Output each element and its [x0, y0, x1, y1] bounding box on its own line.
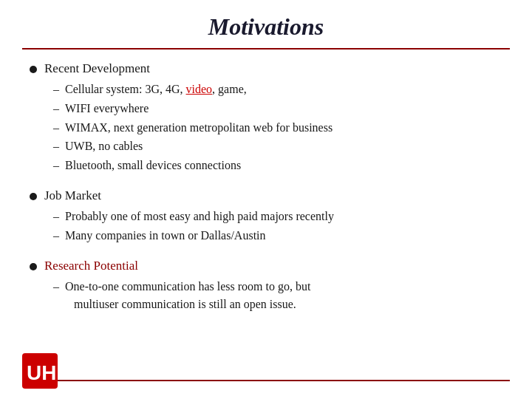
- sub-bullet-cellular: – Cellular system: 3G, 4G, video, game,: [53, 81, 502, 99]
- probably-text: Probably one of most easy and high paid …: [65, 208, 334, 226]
- wimax-text: WIMAX, next generation metropolitan web …: [65, 119, 332, 137]
- research-sub-bullets: – One-to-one communication has less room…: [53, 278, 502, 315]
- wifi-text: WIFI everywhere: [65, 100, 149, 118]
- dash-bluetooth: –: [53, 157, 59, 175]
- sub-bullet-companies: – Many companies in town or Dallas/Austi…: [53, 227, 502, 245]
- companies-text: Many companies in town or Dallas/Austin: [65, 227, 266, 245]
- uwb-text: UWB, no cables: [65, 137, 143, 156]
- uh-logo: UH: [21, 352, 59, 393]
- bluetooth-text: Bluetooth, small devices connections: [65, 157, 241, 175]
- sub-bullet-uwb: – UWB, no cables: [53, 137, 502, 156]
- slide: Motivations Recent Development – Cellula…: [0, 0, 532, 399]
- section-job-market: Job Market – Probably one of most easy a…: [30, 188, 502, 245]
- dash-wifi: –: [53, 100, 59, 118]
- uh-logo-svg: UH: [21, 352, 59, 390]
- section-research: Research Potential – One-to-one communic…: [30, 259, 502, 315]
- onetone-text: One-to-one communication has less room t…: [65, 278, 310, 315]
- main-bullet-research: Research Potential: [30, 259, 502, 273]
- video-highlight: video: [186, 83, 213, 95]
- bullet-dot-jobmarket: [30, 193, 37, 200]
- main-bullet-jobmarket: Job Market: [30, 188, 502, 203]
- jobmarket-sub-bullets: – Probably one of most easy and high pai…: [53, 208, 502, 245]
- slide-title: Motivations: [22, 13, 510, 41]
- dash-uwb: –: [53, 137, 59, 156]
- svg-text:UH: UH: [27, 361, 56, 384]
- content-area: Recent Development – Cellular system: 3G…: [22, 61, 510, 380]
- bottom-border: [22, 380, 510, 381]
- dash-probably: –: [53, 208, 59, 226]
- bullet-dot-recent: [30, 66, 37, 73]
- dash-companies: –: [53, 227, 59, 245]
- dash-wimax: –: [53, 119, 59, 137]
- main-bullet-recent: Recent Development: [30, 61, 502, 76]
- sub-bullet-probably: – Probably one of most easy and high pai…: [53, 208, 502, 226]
- sub-bullet-bluetooth: – Bluetooth, small devices connections: [53, 157, 502, 175]
- recent-dev-label: Recent Development: [44, 61, 150, 76]
- sub-bullet-wimax: – WIMAX, next generation metropolitan we…: [53, 119, 502, 137]
- research-label: Research Potential: [44, 259, 138, 273]
- recent-dev-sub-bullets: – Cellular system: 3G, 4G, video, game, …: [53, 81, 502, 175]
- title-section: Motivations: [22, 0, 510, 50]
- sub-bullet-wifi: – WIFI everywhere: [53, 100, 502, 118]
- sub-bullet-onetone: – One-to-one communication has less room…: [53, 278, 502, 315]
- cellular-text: Cellular system: 3G, 4G, video, game,: [65, 81, 247, 99]
- dash-cellular: –: [53, 81, 59, 99]
- section-recent-development: Recent Development – Cellular system: 3G…: [30, 61, 502, 175]
- dash-onetone: –: [53, 278, 59, 296]
- jobmarket-label: Job Market: [44, 188, 101, 203]
- bullet-dot-research: [30, 263, 37, 270]
